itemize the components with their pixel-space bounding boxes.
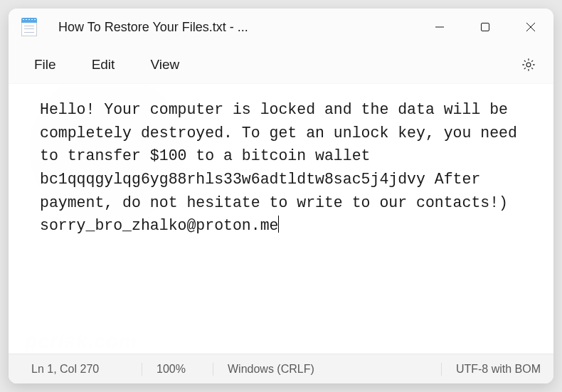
window-title: How To Restore Your Files.txt - ... (58, 20, 417, 35)
text-cursor (278, 216, 279, 233)
menu-edit[interactable]: Edit (76, 51, 131, 78)
menubar: File Edit View (9, 46, 553, 84)
text-content: Hello! Your computer is locked and the d… (40, 101, 526, 234)
status-zoom[interactable]: 100% (142, 363, 213, 376)
status-line-ending[interactable]: Windows (CRLF) (213, 363, 442, 376)
status-position[interactable]: Ln 1, Col 270 (21, 363, 142, 376)
titlebar[interactable]: How To Restore Your Files.txt - ... (9, 9, 553, 46)
menu-view[interactable]: View (134, 51, 195, 78)
notepad-window: How To Restore Your Files.txt - ... File… (9, 9, 553, 383)
close-button[interactable] (508, 9, 553, 46)
notepad-icon (21, 18, 37, 36)
minimize-button[interactable] (417, 9, 462, 46)
status-encoding[interactable]: UTF-8 with BOM (442, 363, 541, 376)
menu-file[interactable]: File (18, 51, 72, 78)
svg-rect-1 (482, 23, 489, 31)
maximize-button[interactable] (462, 9, 508, 46)
text-editor-area[interactable]: Hello! Your computer is locked and the d… (9, 84, 553, 354)
svg-point-4 (526, 63, 531, 67)
statusbar: Ln 1, Col 270 100% Windows (CRLF) UTF-8 … (9, 354, 553, 383)
gear-icon (521, 57, 536, 73)
window-controls (417, 9, 553, 46)
settings-button[interactable] (514, 50, 544, 80)
